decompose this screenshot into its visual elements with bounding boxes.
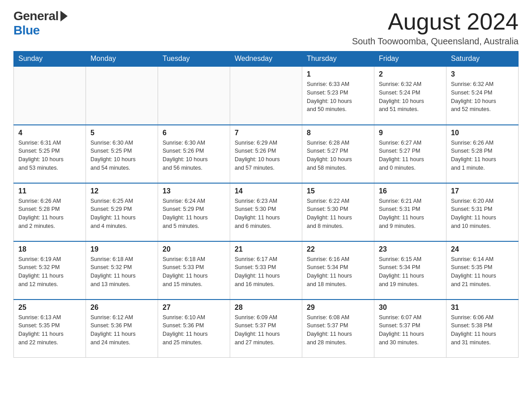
day-number: 5	[90, 129, 153, 137]
logo: General Blue	[13, 9, 68, 38]
calendar-cell: 26Sunrise: 6:12 AM Sunset: 5:36 PM Dayli…	[86, 300, 158, 358]
day-info: Sunrise: 6:31 AM Sunset: 5:25 PM Dayligh…	[18, 139, 81, 172]
calendar-header-thursday: Thursday	[302, 51, 374, 67]
day-info: Sunrise: 6:07 AM Sunset: 5:37 PM Dayligh…	[379, 313, 442, 347]
day-number: 27	[163, 304, 225, 312]
calendar-header-saturday: Saturday	[446, 51, 519, 67]
day-info: Sunrise: 6:29 AM Sunset: 5:26 PM Dayligh…	[235, 139, 297, 172]
calendar-cell: 6Sunrise: 6:30 AM Sunset: 5:26 PM Daylig…	[158, 125, 230, 183]
day-info: Sunrise: 6:30 AM Sunset: 5:26 PM Dayligh…	[163, 139, 225, 172]
day-info: Sunrise: 6:16 AM Sunset: 5:34 PM Dayligh…	[307, 255, 369, 289]
calendar-cell: 24Sunrise: 6:14 AM Sunset: 5:35 PM Dayli…	[446, 241, 519, 300]
day-number: 25	[18, 304, 81, 312]
day-number: 4	[18, 129, 81, 137]
day-number: 15	[307, 187, 369, 195]
day-number: 31	[451, 304, 514, 312]
day-number: 26	[90, 304, 153, 312]
logo-blue-text: Blue	[13, 23, 40, 38]
day-info: Sunrise: 6:18 AM Sunset: 5:33 PM Dayligh…	[163, 255, 225, 289]
calendar-cell: 10Sunrise: 6:26 AM Sunset: 5:28 PM Dayli…	[446, 125, 519, 183]
calendar-cell: 3Sunrise: 6:32 AM Sunset: 5:24 PM Daylig…	[446, 67, 519, 125]
day-number: 22	[307, 245, 369, 253]
day-info: Sunrise: 6:32 AM Sunset: 5:24 PM Dayligh…	[451, 80, 514, 114]
calendar-cell: 14Sunrise: 6:23 AM Sunset: 5:30 PM Dayli…	[230, 183, 302, 241]
calendar-table: SundayMondayTuesdayWednesdayThursdayFrid…	[13, 51, 519, 358]
day-number: 1	[307, 70, 369, 78]
day-info: Sunrise: 6:17 AM Sunset: 5:33 PM Dayligh…	[235, 255, 297, 289]
calendar-cell: 27Sunrise: 6:10 AM Sunset: 5:36 PM Dayli…	[158, 300, 230, 358]
day-info: Sunrise: 6:12 AM Sunset: 5:36 PM Dayligh…	[90, 313, 153, 347]
calendar-cell: 5Sunrise: 6:30 AM Sunset: 5:25 PM Daylig…	[86, 125, 158, 183]
day-number: 8	[307, 129, 369, 137]
day-info: Sunrise: 6:24 AM Sunset: 5:29 PM Dayligh…	[163, 197, 225, 231]
calendar-header-row: SundayMondayTuesdayWednesdayThursdayFrid…	[14, 51, 519, 67]
day-info: Sunrise: 6:28 AM Sunset: 5:27 PM Dayligh…	[307, 139, 369, 172]
calendar-header-friday: Friday	[374, 51, 446, 67]
day-number: 13	[163, 187, 225, 195]
day-info: Sunrise: 6:32 AM Sunset: 5:24 PM Dayligh…	[379, 80, 442, 114]
day-info: Sunrise: 6:15 AM Sunset: 5:34 PM Dayligh…	[379, 255, 442, 289]
calendar-week-row: 18Sunrise: 6:19 AM Sunset: 5:32 PM Dayli…	[14, 241, 519, 300]
calendar-header-wednesday: Wednesday	[230, 51, 302, 67]
day-info: Sunrise: 6:19 AM Sunset: 5:32 PM Dayligh…	[18, 255, 81, 289]
calendar-cell	[158, 67, 230, 125]
day-info: Sunrise: 6:27 AM Sunset: 5:27 PM Dayligh…	[379, 139, 442, 172]
day-info: Sunrise: 6:18 AM Sunset: 5:32 PM Dayligh…	[90, 255, 153, 289]
day-info: Sunrise: 6:33 AM Sunset: 5:23 PM Dayligh…	[307, 80, 369, 114]
day-number: 7	[235, 129, 297, 137]
day-info: Sunrise: 6:06 AM Sunset: 5:38 PM Dayligh…	[451, 313, 514, 347]
day-number: 19	[90, 245, 153, 253]
day-info: Sunrise: 6:08 AM Sunset: 5:37 PM Dayligh…	[307, 313, 369, 347]
calendar-cell: 30Sunrise: 6:07 AM Sunset: 5:37 PM Dayli…	[374, 300, 446, 358]
calendar-cell: 29Sunrise: 6:08 AM Sunset: 5:37 PM Dayli…	[302, 300, 374, 358]
calendar-cell: 25Sunrise: 6:13 AM Sunset: 5:35 PM Dayli…	[14, 300, 86, 358]
day-number: 23	[379, 245, 442, 253]
calendar-cell	[14, 67, 86, 125]
day-number: 9	[379, 129, 442, 137]
day-info: Sunrise: 6:21 AM Sunset: 5:31 PM Dayligh…	[379, 197, 442, 231]
calendar-cell: 7Sunrise: 6:29 AM Sunset: 5:26 PM Daylig…	[230, 125, 302, 183]
day-info: Sunrise: 6:23 AM Sunset: 5:30 PM Dayligh…	[235, 197, 297, 231]
day-info: Sunrise: 6:14 AM Sunset: 5:35 PM Dayligh…	[451, 255, 514, 289]
calendar-cell: 21Sunrise: 6:17 AM Sunset: 5:33 PM Dayli…	[230, 241, 302, 300]
calendar-cell: 1Sunrise: 6:33 AM Sunset: 5:23 PM Daylig…	[302, 67, 374, 125]
day-info: Sunrise: 6:26 AM Sunset: 5:28 PM Dayligh…	[18, 197, 81, 231]
day-number: 24	[451, 245, 514, 253]
location-subtitle: South Toowoomba, Queensland, Australia	[352, 36, 519, 47]
logo-general-text: General	[13, 9, 59, 23]
day-info: Sunrise: 6:10 AM Sunset: 5:36 PM Dayligh…	[163, 313, 225, 347]
day-number: 12	[90, 187, 153, 195]
calendar-week-row: 25Sunrise: 6:13 AM Sunset: 5:35 PM Dayli…	[14, 300, 519, 358]
day-info: Sunrise: 6:25 AM Sunset: 5:29 PM Dayligh…	[90, 197, 153, 231]
day-info: Sunrise: 6:30 AM Sunset: 5:25 PM Dayligh…	[90, 139, 153, 172]
calendar-cell: 28Sunrise: 6:09 AM Sunset: 5:37 PM Dayli…	[230, 300, 302, 358]
day-info: Sunrise: 6:26 AM Sunset: 5:28 PM Dayligh…	[451, 139, 514, 172]
day-info: Sunrise: 6:13 AM Sunset: 5:35 PM Dayligh…	[18, 313, 81, 347]
month-year-title: August 2024	[352, 9, 519, 34]
day-number: 29	[307, 304, 369, 312]
calendar-cell: 22Sunrise: 6:16 AM Sunset: 5:34 PM Dayli…	[302, 241, 374, 300]
title-area: August 2024 South Toowoomba, Queensland,…	[352, 9, 519, 47]
calendar-cell	[230, 67, 302, 125]
calendar-week-row: 11Sunrise: 6:26 AM Sunset: 5:28 PM Dayli…	[14, 183, 519, 241]
day-number: 2	[379, 70, 442, 78]
calendar-header-sunday: Sunday	[14, 51, 86, 67]
day-number: 16	[379, 187, 442, 195]
day-number: 14	[235, 187, 297, 195]
calendar-header-tuesday: Tuesday	[158, 51, 230, 67]
calendar-cell: 17Sunrise: 6:20 AM Sunset: 5:31 PM Dayli…	[446, 183, 519, 241]
calendar-cell: 12Sunrise: 6:25 AM Sunset: 5:29 PM Dayli…	[86, 183, 158, 241]
day-number: 6	[163, 129, 225, 137]
day-info: Sunrise: 6:09 AM Sunset: 5:37 PM Dayligh…	[235, 313, 297, 347]
calendar-cell: 15Sunrise: 6:22 AM Sunset: 5:30 PM Dayli…	[302, 183, 374, 241]
calendar-cell: 8Sunrise: 6:28 AM Sunset: 5:27 PM Daylig…	[302, 125, 374, 183]
page-header: General Blue August 2024 South Toowoomba…	[13, 9, 519, 47]
day-number: 11	[18, 187, 81, 195]
calendar-week-row: 4Sunrise: 6:31 AM Sunset: 5:25 PM Daylig…	[14, 125, 519, 183]
calendar-cell	[86, 67, 158, 125]
calendar-cell: 23Sunrise: 6:15 AM Sunset: 5:34 PM Dayli…	[374, 241, 446, 300]
calendar-cell: 31Sunrise: 6:06 AM Sunset: 5:38 PM Dayli…	[446, 300, 519, 358]
day-number: 17	[451, 187, 514, 195]
day-number: 28	[235, 304, 297, 312]
calendar-cell: 18Sunrise: 6:19 AM Sunset: 5:32 PM Dayli…	[14, 241, 86, 300]
